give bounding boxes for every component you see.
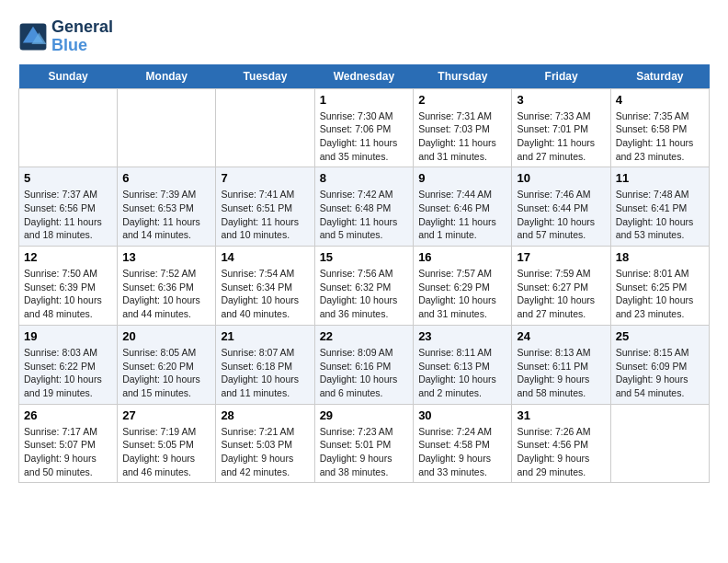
date-number: 22	[320, 329, 409, 343]
day-header-sunday: Sunday	[19, 64, 118, 89]
calendar-cell: 2Sunrise: 7:31 AM Sunset: 7:03 PM Daylig…	[414, 88, 512, 167]
calendar-body: 1Sunrise: 7:30 AM Sunset: 7:06 PM Daylig…	[19, 88, 710, 483]
cell-details: Sunrise: 8:11 AM Sunset: 6:13 PM Dayligh…	[418, 346, 506, 400]
calendar-cell: 26Sunrise: 7:17 AM Sunset: 5:07 PM Dayli…	[19, 404, 118, 483]
date-number: 23	[418, 329, 506, 343]
calendar-cell: 23Sunrise: 8:11 AM Sunset: 6:13 PM Dayli…	[414, 325, 512, 404]
date-number: 7	[221, 171, 309, 185]
date-number: 10	[517, 171, 605, 185]
date-number: 6	[122, 171, 210, 185]
calendar-cell: 22Sunrise: 8:09 AM Sunset: 6:16 PM Dayli…	[314, 325, 414, 404]
cell-details: Sunrise: 7:42 AM Sunset: 6:48 PM Dayligh…	[320, 188, 409, 242]
calendar-cell: 19Sunrise: 8:03 AM Sunset: 6:22 PM Dayli…	[19, 325, 118, 404]
cell-details: Sunrise: 7:41 AM Sunset: 6:51 PM Dayligh…	[221, 188, 309, 242]
cell-details: Sunrise: 7:30 AM Sunset: 7:06 PM Dayligh…	[320, 109, 409, 164]
day-header-wednesday: Wednesday	[314, 64, 414, 89]
date-number: 14	[221, 250, 309, 264]
cell-details: Sunrise: 8:01 AM Sunset: 6:25 PM Dayligh…	[616, 267, 704, 321]
date-number: 31	[517, 408, 605, 422]
calendar-cell: 8Sunrise: 7:42 AM Sunset: 6:48 PM Daylig…	[314, 167, 414, 247]
cell-details: Sunrise: 8:13 AM Sunset: 6:11 PM Dayligh…	[517, 346, 605, 400]
day-header-monday: Monday	[118, 64, 216, 89]
cell-details: Sunrise: 7:37 AM Sunset: 6:56 PM Dayligh…	[24, 188, 112, 242]
calendar-cell: 10Sunrise: 7:46 AM Sunset: 6:44 PM Dayli…	[512, 167, 610, 247]
calendar-cell: 1Sunrise: 7:30 AM Sunset: 7:06 PM Daylig…	[314, 88, 414, 167]
cell-details: Sunrise: 7:39 AM Sunset: 6:53 PM Dayligh…	[122, 188, 210, 242]
day-header-thursday: Thursday	[414, 64, 512, 89]
calendar-cell: 27Sunrise: 7:19 AM Sunset: 5:05 PM Dayli…	[118, 404, 216, 483]
calendar-week-5: 26Sunrise: 7:17 AM Sunset: 5:07 PM Dayli…	[19, 404, 710, 483]
calendar-week-2: 5Sunrise: 7:37 AM Sunset: 6:56 PM Daylig…	[19, 167, 710, 247]
cell-details: Sunrise: 8:09 AM Sunset: 6:16 PM Dayligh…	[320, 346, 409, 400]
cell-details: Sunrise: 8:07 AM Sunset: 6:18 PM Dayligh…	[221, 346, 309, 400]
calendar-cell: 3Sunrise: 7:33 AM Sunset: 7:01 PM Daylig…	[512, 88, 610, 167]
cell-details: Sunrise: 7:19 AM Sunset: 5:05 PM Dayligh…	[122, 425, 210, 479]
cell-details: Sunrise: 7:48 AM Sunset: 6:41 PM Dayligh…	[616, 188, 704, 242]
date-number: 17	[517, 250, 605, 264]
date-number: 16	[418, 250, 506, 264]
calendar-week-1: 1Sunrise: 7:30 AM Sunset: 7:06 PM Daylig…	[19, 88, 710, 167]
calendar-cell: 7Sunrise: 7:41 AM Sunset: 6:51 PM Daylig…	[216, 167, 314, 247]
calendar-cell: 25Sunrise: 8:15 AM Sunset: 6:09 PM Dayli…	[610, 325, 709, 404]
calendar-cell: 11Sunrise: 7:48 AM Sunset: 6:41 PM Dayli…	[610, 167, 709, 247]
date-number: 18	[616, 250, 704, 264]
date-number: 21	[221, 329, 309, 343]
calendar-cell	[118, 88, 216, 167]
cell-details: Sunrise: 7:17 AM Sunset: 5:07 PM Dayligh…	[24, 425, 112, 479]
calendar-cell: 5Sunrise: 7:37 AM Sunset: 6:56 PM Daylig…	[19, 167, 118, 247]
date-number: 28	[221, 408, 309, 422]
date-number: 24	[517, 329, 605, 343]
cell-details: Sunrise: 7:57 AM Sunset: 6:29 PM Dayligh…	[418, 267, 506, 321]
calendar-cell: 30Sunrise: 7:24 AM Sunset: 4:58 PM Dayli…	[414, 404, 512, 483]
calendar-cell	[216, 88, 314, 167]
cell-details: Sunrise: 7:52 AM Sunset: 6:36 PM Dayligh…	[122, 267, 210, 321]
cell-details: Sunrise: 7:44 AM Sunset: 6:46 PM Dayligh…	[418, 188, 506, 242]
calendar-header-row: SundayMondayTuesdayWednesdayThursdayFrid…	[19, 64, 710, 89]
cell-details: Sunrise: 7:50 AM Sunset: 6:39 PM Dayligh…	[24, 267, 112, 321]
calendar-cell: 16Sunrise: 7:57 AM Sunset: 6:29 PM Dayli…	[414, 247, 512, 326]
cell-details: Sunrise: 7:33 AM Sunset: 7:01 PM Dayligh…	[517, 109, 605, 164]
calendar-cell: 12Sunrise: 7:50 AM Sunset: 6:39 PM Dayli…	[19, 247, 118, 326]
day-header-saturday: Saturday	[610, 64, 709, 89]
date-number: 9	[418, 171, 506, 185]
date-number: 25	[616, 329, 704, 343]
cell-details: Sunrise: 7:46 AM Sunset: 6:44 PM Dayligh…	[517, 188, 605, 242]
cell-details: Sunrise: 8:05 AM Sunset: 6:20 PM Dayligh…	[122, 346, 210, 400]
cell-details: Sunrise: 7:26 AM Sunset: 4:56 PM Dayligh…	[517, 425, 605, 479]
date-number: 19	[24, 329, 112, 343]
calendar-cell: 29Sunrise: 7:23 AM Sunset: 5:01 PM Dayli…	[314, 404, 414, 483]
date-number: 20	[122, 329, 210, 343]
calendar-cell: 24Sunrise: 8:13 AM Sunset: 6:11 PM Dayli…	[512, 325, 610, 404]
logo-icon	[18, 22, 48, 52]
calendar-cell: 14Sunrise: 7:54 AM Sunset: 6:34 PM Dayli…	[216, 247, 314, 326]
date-number: 12	[24, 250, 112, 264]
calendar-cell: 4Sunrise: 7:35 AM Sunset: 6:58 PM Daylig…	[610, 88, 709, 167]
cell-details: Sunrise: 7:23 AM Sunset: 5:01 PM Dayligh…	[320, 425, 409, 479]
date-number: 30	[418, 408, 506, 422]
cell-details: Sunrise: 7:35 AM Sunset: 6:58 PM Dayligh…	[616, 109, 704, 164]
day-header-tuesday: Tuesday	[216, 64, 314, 89]
calendar-cell: 31Sunrise: 7:26 AM Sunset: 4:56 PM Dayli…	[512, 404, 610, 483]
date-number: 27	[122, 408, 210, 422]
date-number: 26	[24, 408, 112, 422]
calendar-cell	[610, 404, 709, 483]
calendar-cell: 9Sunrise: 7:44 AM Sunset: 6:46 PM Daylig…	[414, 167, 512, 247]
date-number: 8	[320, 171, 409, 185]
calendar-cell	[19, 88, 118, 167]
date-number: 3	[517, 93, 605, 107]
date-number: 15	[320, 250, 409, 264]
logo: General Blue	[18, 18, 113, 55]
cell-details: Sunrise: 7:24 AM Sunset: 4:58 PM Dayligh…	[418, 425, 506, 479]
calendar-cell: 21Sunrise: 8:07 AM Sunset: 6:18 PM Dayli…	[216, 325, 314, 404]
calendar-cell: 6Sunrise: 7:39 AM Sunset: 6:53 PM Daylig…	[118, 167, 216, 247]
date-number: 2	[418, 93, 506, 107]
calendar-cell: 18Sunrise: 8:01 AM Sunset: 6:25 PM Dayli…	[610, 247, 709, 326]
date-number: 13	[122, 250, 210, 264]
cell-details: Sunrise: 7:21 AM Sunset: 5:03 PM Dayligh…	[221, 425, 309, 479]
cell-details: Sunrise: 7:54 AM Sunset: 6:34 PM Dayligh…	[221, 267, 309, 321]
cell-details: Sunrise: 8:03 AM Sunset: 6:22 PM Dayligh…	[24, 346, 112, 400]
page-header: General Blue	[18, 18, 710, 55]
cell-details: Sunrise: 7:31 AM Sunset: 7:03 PM Dayligh…	[418, 109, 506, 164]
calendar-cell: 20Sunrise: 8:05 AM Sunset: 6:20 PM Dayli…	[118, 325, 216, 404]
calendar-cell: 28Sunrise: 7:21 AM Sunset: 5:03 PM Dayli…	[216, 404, 314, 483]
